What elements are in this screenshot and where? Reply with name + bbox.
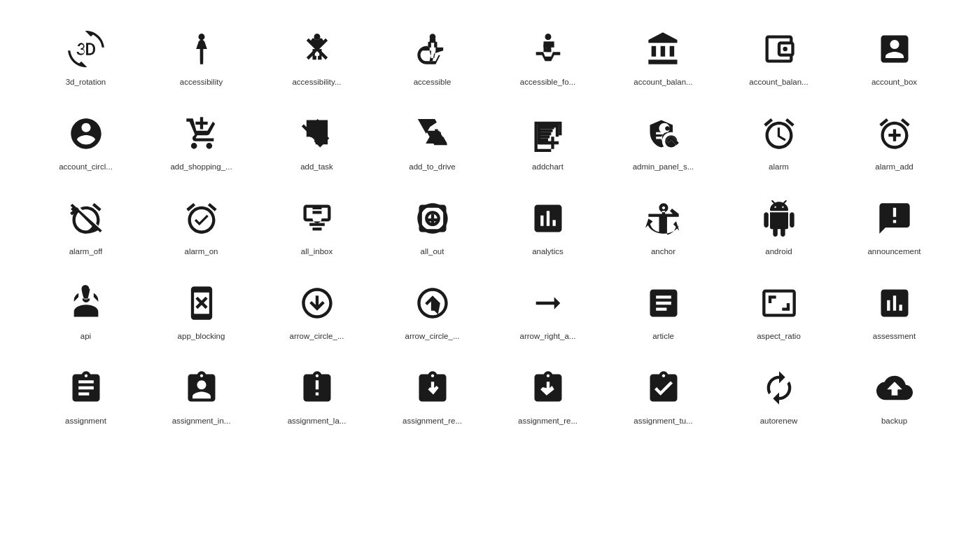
icon-item-alarm_on[interactable]: alarm_on bbox=[144, 183, 259, 268]
all_inbox-icon bbox=[296, 197, 338, 239]
icon-item-assignment[interactable]: assignment bbox=[28, 353, 144, 438]
icon-item-addchart[interactable]: addchart bbox=[490, 99, 606, 183]
icon-label: accessible bbox=[414, 77, 451, 88]
all_out-icon bbox=[412, 197, 454, 239]
icon-label: assignment_la... bbox=[288, 416, 346, 426]
icon-grid: 3d_rotation accessibility accessibility.… bbox=[0, 0, 980, 452]
icon-label: article bbox=[652, 331, 674, 342]
icon-item-assessment[interactable]: assessment bbox=[836, 268, 952, 353]
icon-label: accessibility... bbox=[292, 77, 341, 88]
add_to_drive-icon bbox=[412, 113, 454, 155]
icon-label: assignment_re... bbox=[518, 416, 578, 426]
icon-item-autorenew[interactable]: autorenew bbox=[721, 353, 836, 438]
icon-label: alarm_on bbox=[185, 246, 218, 257]
assignment_turned_in-icon bbox=[643, 367, 685, 409]
icon-item-backup[interactable]: backup bbox=[836, 353, 952, 438]
icon-label: accessibility bbox=[180, 77, 223, 88]
icon-item-accessibility_new[interactable]: accessibility... bbox=[259, 14, 374, 99]
alarm_on-icon bbox=[181, 197, 223, 239]
analytics-icon bbox=[527, 197, 569, 239]
icon-label: 3d_rotation bbox=[66, 77, 106, 88]
icon-item-admin_panel_settings[interactable]: admin_panel_s... bbox=[606, 99, 721, 183]
assignment_late-icon bbox=[296, 367, 338, 409]
icon-label: accessible_fo... bbox=[520, 77, 575, 88]
icon-label: add_to_drive bbox=[409, 162, 456, 172]
alarm_add-icon bbox=[874, 113, 916, 155]
svg-point-4 bbox=[783, 47, 788, 52]
icon-item-alarm[interactable]: alarm bbox=[721, 99, 836, 183]
accessible-icon bbox=[412, 28, 454, 70]
icon-label: assignment bbox=[65, 416, 106, 426]
arrow_circle_down-icon bbox=[296, 282, 338, 324]
api-icon bbox=[65, 282, 107, 324]
icon-item-assignment_return[interactable]: assignment_re... bbox=[374, 353, 490, 438]
account_box-icon bbox=[874, 28, 916, 70]
icon-label: account_circl... bbox=[59, 162, 113, 172]
icon-label: assignment_re... bbox=[402, 416, 462, 426]
accessibility_new-icon bbox=[296, 28, 338, 70]
arrow_right_alt-icon bbox=[527, 282, 569, 324]
anchor-icon bbox=[643, 197, 685, 239]
icon-label: arrow_circle_... bbox=[405, 331, 460, 342]
icon-label: admin_panel_s... bbox=[633, 162, 694, 172]
icon-item-account_box[interactable]: account_box bbox=[836, 14, 952, 99]
icon-label: api bbox=[80, 331, 91, 342]
icon-item-all_out[interactable]: all_out bbox=[374, 183, 490, 268]
account_circle-icon bbox=[65, 113, 107, 155]
backup-icon bbox=[874, 367, 916, 409]
icon-item-arrow_circle_down[interactable]: arrow_circle_... bbox=[259, 268, 374, 353]
icon-item-assignment_turned_in[interactable]: assignment_tu... bbox=[606, 353, 721, 438]
icon-item-article[interactable]: article bbox=[606, 268, 721, 353]
icon-item-announcement[interactable]: announcement bbox=[836, 183, 952, 268]
icon-label: alarm bbox=[769, 162, 789, 172]
icon-item-assignment_late[interactable]: assignment_la... bbox=[259, 353, 374, 438]
icon-label: arrow_right_a... bbox=[520, 331, 576, 342]
icon-label: assignment_in... bbox=[172, 416, 231, 426]
assessment-icon bbox=[874, 282, 916, 324]
aspect_ratio-icon bbox=[758, 282, 800, 324]
admin_panel_settings-icon bbox=[643, 113, 685, 155]
icon-label: analytics bbox=[532, 246, 564, 257]
accessibility-icon bbox=[181, 28, 223, 70]
account_balance-icon bbox=[643, 28, 685, 70]
icon-item-android[interactable]: android bbox=[721, 183, 836, 268]
icon-item-assignment_ind[interactable]: assignment_in... bbox=[144, 353, 259, 438]
icon-item-add_shopping_cart[interactable]: add_shopping_... bbox=[144, 99, 259, 183]
account_balance_wallet-icon bbox=[758, 28, 800, 70]
arrow_circle_up-icon bbox=[412, 282, 454, 324]
icon-label: add_shopping_... bbox=[170, 162, 232, 172]
icon-label: assignment_tu... bbox=[634, 416, 692, 426]
icon-item-add_task[interactable]: add_task bbox=[259, 99, 374, 183]
icon-item-accessibility[interactable]: accessibility bbox=[144, 14, 259, 99]
assignment_ind-icon bbox=[181, 367, 223, 409]
alarm-icon bbox=[758, 113, 800, 155]
icon-label: arrow_circle_... bbox=[290, 331, 344, 342]
icon-item-analytics[interactable]: analytics bbox=[490, 183, 606, 268]
addchart-icon bbox=[527, 113, 569, 155]
icon-item-account_balance_wallet[interactable]: account_balan... bbox=[721, 14, 836, 99]
icon-label: alarm_add bbox=[875, 162, 913, 172]
icon-item-arrow_right_alt[interactable]: arrow_right_a... bbox=[490, 268, 606, 353]
autorenew-icon bbox=[758, 367, 800, 409]
icon-item-accessible_forward[interactable]: accessible_fo... bbox=[490, 14, 606, 99]
icon-item-3d_rotation[interactable]: 3d_rotation bbox=[28, 14, 144, 99]
icon-item-account_balance[interactable]: account_balan... bbox=[606, 14, 721, 99]
icon-item-account_circle[interactable]: account_circl... bbox=[28, 99, 144, 183]
icon-item-api[interactable]: api bbox=[28, 268, 144, 353]
add_shopping_cart-icon bbox=[181, 113, 223, 155]
icon-label: autorenew bbox=[760, 416, 798, 426]
icon-item-accessible[interactable]: accessible bbox=[374, 14, 490, 99]
icon-item-alarm_off[interactable]: alarm_off bbox=[28, 183, 144, 268]
icon-label: account_balan... bbox=[749, 77, 808, 88]
icon-item-assignment_returned[interactable]: assignment_re... bbox=[490, 353, 606, 438]
accessible_forward-icon bbox=[527, 28, 569, 70]
icon-item-anchor[interactable]: anchor bbox=[606, 183, 721, 268]
icon-label: all_inbox bbox=[301, 246, 332, 257]
icon-item-arrow_circle_up[interactable]: arrow_circle_... bbox=[374, 268, 490, 353]
icon-item-all_inbox[interactable]: all_inbox bbox=[259, 183, 374, 268]
icon-item-add_to_drive[interactable]: add_to_drive bbox=[374, 99, 490, 183]
icon-item-aspect_ratio[interactable]: aspect_ratio bbox=[721, 268, 836, 353]
icon-item-app_blocking[interactable]: app_blocking bbox=[144, 268, 259, 353]
icon-item-alarm_add[interactable]: alarm_add bbox=[836, 99, 952, 183]
icon-label: addchart bbox=[532, 162, 564, 172]
